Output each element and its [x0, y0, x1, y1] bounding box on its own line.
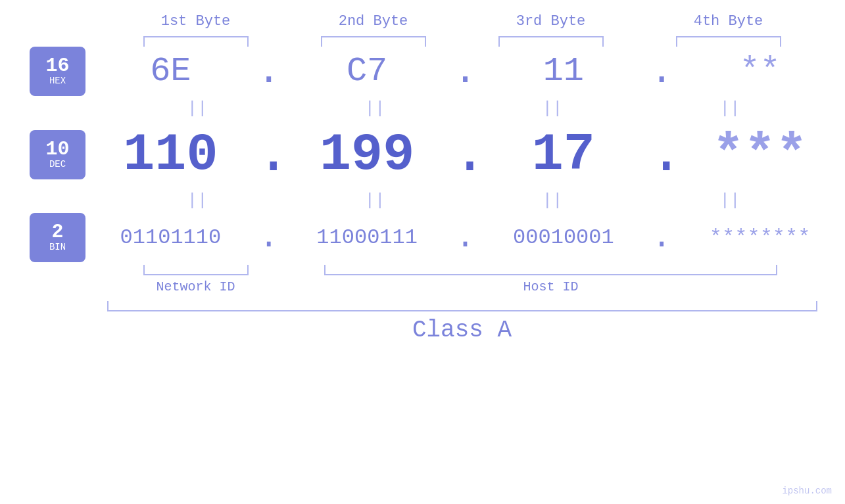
hex-row: 16 HEX 6E . C7 . 11 . ** — [30, 47, 845, 96]
bin-byte2-cell: 11000111 — [282, 225, 452, 250]
class-section: Class A — [107, 301, 817, 344]
byte-headers: 1st Byte 2nd Byte 3rd Byte 4th Byte — [107, 13, 817, 30]
hex-byte4: ** — [739, 52, 780, 91]
bottom-brackets-row — [107, 265, 817, 275]
dec-byte4-cell: *** — [675, 125, 845, 185]
dec-byte1-cell: 110 — [85, 125, 256, 185]
main-container: 1st Byte 2nd Byte 3rd Byte 4th Byte 16 H… — [0, 0, 845, 504]
network-bracket — [143, 265, 249, 275]
dec-byte2: 199 — [320, 125, 414, 185]
hex-dot3: . — [648, 49, 675, 94]
hex-byte1-cell: 6E — [85, 52, 256, 91]
dec-byte2-cell: 199 — [282, 125, 452, 185]
bin-byte3: 00010001 — [513, 225, 614, 250]
dec-dot1: . — [256, 121, 282, 188]
dec-dot3: . — [648, 121, 675, 188]
class-label: Class A — [107, 317, 817, 344]
network-id-label: Network ID — [107, 279, 285, 294]
bin-bytes: 01101110 . 11000111 . 00010001 . *******… — [85, 219, 845, 256]
dec-bytes: 110 . 199 . 17 . *** — [85, 121, 845, 188]
byte2-header: 2nd Byte — [285, 13, 462, 30]
eq1-c4: || — [641, 96, 819, 121]
hex-byte3: 11 — [543, 52, 584, 91]
eq1-c1: || — [109, 96, 286, 121]
equals-row-2: || || || || — [109, 188, 819, 213]
hex-dot1: . — [256, 49, 282, 94]
host-bracket-wrap — [285, 265, 817, 275]
bin-byte2: 11000111 — [316, 225, 418, 250]
dec-dot2: . — [452, 121, 479, 188]
bin-row: 2 BIN 01101110 . 11000111 . 00010001 . *… — [30, 213, 845, 262]
top-bracket-3 — [462, 36, 640, 47]
hex-byte2: C7 — [347, 52, 387, 91]
content-area: 16 HEX 6E . C7 . 11 . ** — [30, 47, 845, 262]
bin-badge: 2 BIN — [30, 213, 85, 262]
bin-byte4-cell: ******** — [675, 225, 845, 250]
top-brackets — [107, 36, 817, 47]
dec-byte4: *** — [713, 125, 808, 185]
hex-byte1: 6E — [150, 52, 191, 91]
byte4-header: 4th Byte — [640, 13, 817, 30]
eq2-c1: || — [109, 188, 286, 213]
host-id-label: Host ID — [285, 279, 817, 294]
class-bracket — [107, 301, 817, 311]
host-bracket — [324, 265, 777, 275]
network-bracket-wrap — [107, 265, 285, 275]
byte1-header: 1st Byte — [107, 13, 285, 30]
dec-badge: 10 DEC — [30, 130, 85, 179]
dec-byte3-cell: 17 — [479, 125, 649, 185]
dec-byte1: 110 — [123, 125, 218, 185]
bin-byte4: ******** — [710, 225, 811, 250]
bin-dot1: . — [256, 219, 282, 256]
eq1-c3: || — [464, 96, 641, 121]
byte3-header: 3rd Byte — [462, 13, 640, 30]
top-bracket-1 — [107, 36, 285, 47]
bin-dot3: . — [648, 219, 675, 256]
bin-dot2: . — [452, 219, 479, 256]
top-bracket-4 — [640, 36, 817, 47]
hex-byte3-cell: 11 — [479, 52, 649, 91]
eq1-c2: || — [286, 96, 464, 121]
hex-dot2: . — [452, 49, 479, 94]
top-bracket-2 — [285, 36, 462, 47]
dec-byte3: 17 — [532, 125, 595, 185]
hex-bytes: 6E . C7 . 11 . ** — [85, 49, 845, 94]
bin-byte1: 01101110 — [120, 225, 222, 250]
hex-byte2-cell: C7 — [282, 52, 452, 91]
bottom-brackets-section: Network ID Host ID — [107, 265, 817, 294]
eq2-c3: || — [464, 188, 641, 213]
watermark: ipshu.com — [782, 486, 832, 496]
eq2-c2: || — [286, 188, 464, 213]
bin-byte3-cell: 00010001 — [479, 225, 649, 250]
dec-row: 10 DEC 110 . 199 . 17 . *** — [30, 121, 845, 188]
bin-byte1-cell: 01101110 — [85, 225, 256, 250]
hex-byte4-cell: ** — [675, 52, 845, 91]
equals-row-1: || || || || — [109, 96, 819, 121]
eq2-c4: || — [641, 188, 819, 213]
labels-row: Network ID Host ID — [107, 279, 817, 294]
hex-badge: 16 HEX — [30, 47, 85, 96]
